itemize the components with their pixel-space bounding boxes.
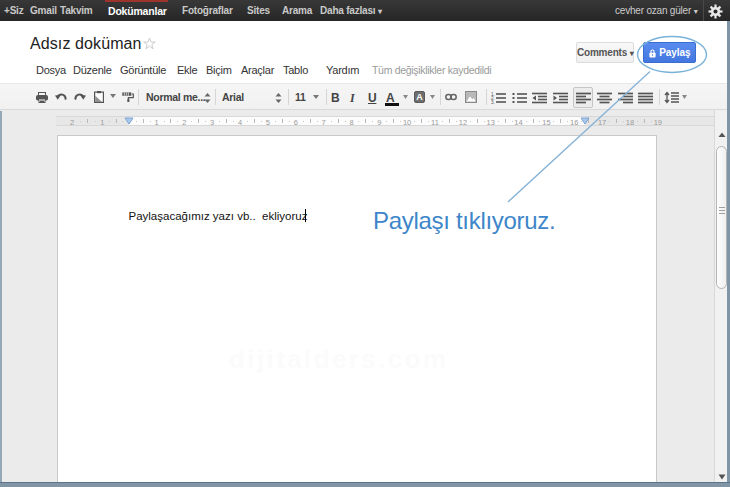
- svg-text:A: A: [416, 92, 423, 102]
- svg-text:3.: 3.: [491, 100, 495, 104]
